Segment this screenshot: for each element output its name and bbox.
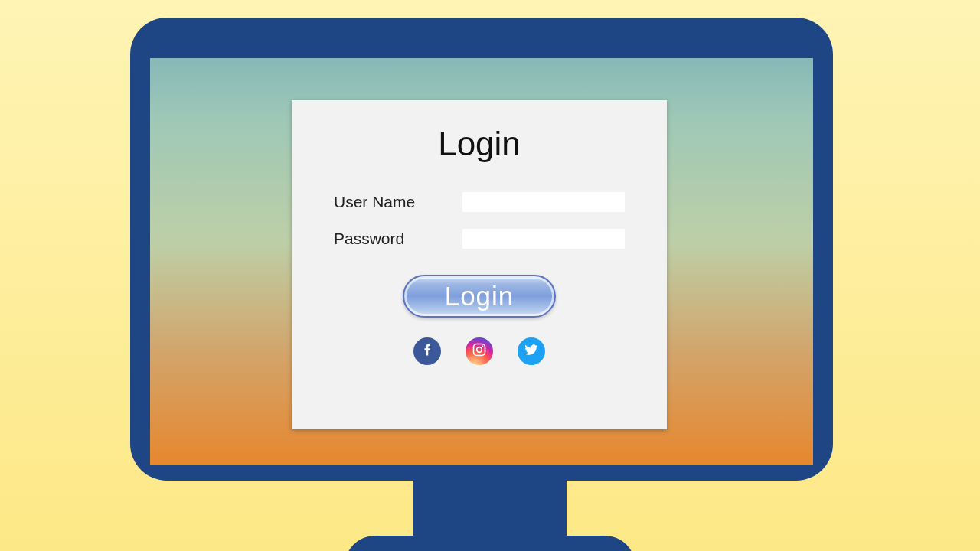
instagram-icon [472,342,487,360]
twitter-button[interactable] [518,337,545,365]
login-button[interactable]: Login [403,275,556,318]
password-label: Password [334,230,462,248]
instagram-button[interactable] [466,337,493,365]
password-input[interactable] [462,229,625,249]
facebook-button[interactable] [413,337,441,365]
login-card: Login User Name Password Login [292,100,667,429]
username-label: User Name [334,193,462,211]
twitter-icon [524,342,539,360]
facebook-icon [420,342,435,360]
svg-rect-0 [474,344,485,356]
social-row [292,337,667,365]
monitor-frame: Login User Name Password Login [130,18,833,481]
svg-point-2 [482,346,484,347]
monitor-base [345,536,635,551]
stage: Login User Name Password Login [0,0,980,551]
username-row: User Name [334,192,625,212]
password-row: Password [334,229,625,249]
svg-point-1 [477,347,482,353]
login-title: Login [292,125,667,163]
username-input[interactable] [462,192,625,212]
monitor-screen: Login User Name Password Login [150,58,813,465]
